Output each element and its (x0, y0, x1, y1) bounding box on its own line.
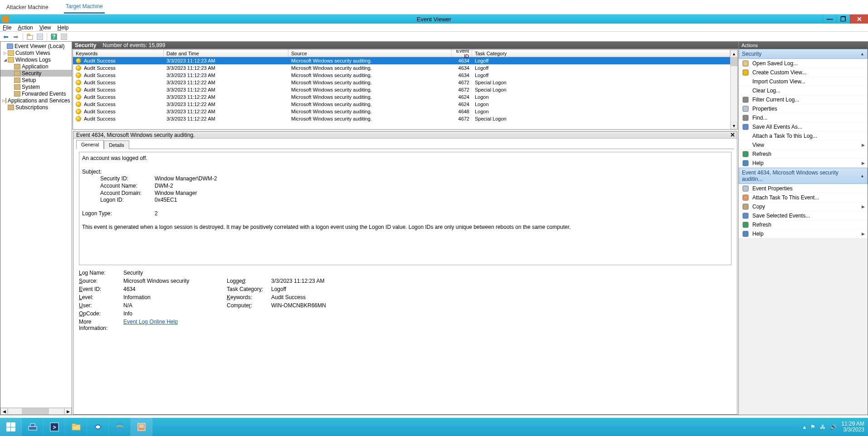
online-help-link[interactable]: Event Log Online Help (123, 319, 223, 331)
save-icon (742, 124, 749, 130)
properties-button[interactable] (60, 33, 68, 41)
scroll-track[interactable] (8, 408, 64, 415)
refresh-icon (742, 222, 749, 228)
tree-forwarded[interactable]: Forwarded Events (0, 90, 72, 97)
scroll-track[interactable] (731, 57, 737, 122)
save-icon (742, 213, 749, 219)
action-save-all-events-as[interactable]: Save All Events As... (739, 122, 868, 131)
menu-view[interactable]: View (39, 24, 51, 31)
event-row[interactable]: Audit Success3/3/2023 11:12:22 AMMicroso… (73, 101, 730, 108)
tree-root[interactable]: Event Viewer (Local) (0, 43, 72, 49)
event-row[interactable]: Audit Success3/3/2023 11:12:23 AMMicroso… (73, 64, 730, 72)
action-copy[interactable]: Copy▶ (739, 202, 868, 211)
tree-application[interactable]: Application (0, 63, 72, 70)
action-refresh[interactable]: Refresh (739, 150, 868, 159)
tab-attacker[interactable]: Attacker Machine (5, 1, 50, 13)
tray-volume-icon[interactable]: 🔊 (830, 424, 837, 430)
col-keywords[interactable]: Keywords (73, 50, 164, 57)
action-group-event[interactable]: Event 4634, Microsoft Windows security a… (739, 168, 868, 184)
event-row[interactable]: Audit Success3/3/2023 11:12:23 AMMicroso… (73, 57, 730, 64)
event-row[interactable]: Audit Success3/3/2023 11:12:22 AMMicroso… (73, 86, 730, 93)
action-event-properties[interactable]: Event Properties (739, 184, 868, 193)
tree-security[interactable]: Security (0, 70, 72, 77)
close-button[interactable]: ✕ (850, 15, 868, 24)
action-refresh[interactable]: Refresh (739, 220, 868, 229)
refresh-icon (742, 151, 749, 157)
key-icon (76, 94, 81, 100)
taskbar-server-manager[interactable] (22, 418, 44, 436)
taskbar-eventviewer[interactable] (131, 418, 152, 436)
action-properties[interactable]: Properties (739, 104, 868, 113)
action-create-custom-view[interactable]: Create Custom View... (739, 68, 868, 77)
tab-general[interactable]: General (76, 140, 104, 149)
scroll-thumb[interactable] (22, 408, 49, 414)
tray-chevron-icon[interactable]: ▴ (803, 424, 806, 430)
scroll-right-button[interactable]: ▶ (64, 408, 72, 415)
action-attach-a-task-to-this-log[interactable]: Attach a Task To this Log... (739, 131, 868, 140)
actions-header: Actions (739, 42, 868, 49)
action-import-custom-view[interactable]: Import Custom View... (739, 77, 868, 86)
tree-windows-logs[interactable]: ◢Windows Logs (0, 56, 72, 63)
forward-button[interactable]: ➡ (12, 33, 20, 41)
col-datetime[interactable]: Date and Time (164, 50, 288, 57)
action-attach-task-to-this-event[interactable]: Attach Task To This Event... (739, 193, 868, 202)
action-help[interactable]: Help▶ (739, 159, 868, 168)
taskbar-app1[interactable] (87, 418, 109, 436)
description-box[interactable]: An account was logged off. Subject: Secu… (79, 152, 731, 265)
tab-target[interactable]: Target Machine (64, 0, 105, 14)
start-button[interactable] (0, 418, 22, 436)
tree-system[interactable]: System (0, 83, 72, 90)
tree-subscriptions[interactable]: Subscriptions (0, 104, 72, 111)
action-clear-log[interactable]: Clear Log... (739, 86, 868, 95)
taskbar: > ▴ ⚑ 🖧 🔊 11:29 AM 3/3/2023 (0, 418, 868, 436)
detail-close-button[interactable]: ✕ (730, 131, 735, 138)
menu-file[interactable]: File (3, 24, 11, 31)
refresh-button[interactable] (36, 33, 44, 41)
col-eventid[interactable]: Event ID (452, 50, 472, 57)
action-help[interactable]: Help▶ (739, 229, 868, 238)
group-title: Event 4634, Microsoft Windows security a… (742, 170, 860, 182)
maximize-button[interactable]: ❐ (836, 15, 850, 24)
taskbar-powershell[interactable]: > (44, 418, 65, 436)
action-view[interactable]: View▶ (739, 140, 868, 150)
tree-setup[interactable]: Setup (0, 77, 72, 83)
scroll-left-button[interactable]: ◀ (0, 408, 8, 415)
scroll-thumb[interactable] (731, 57, 737, 66)
action-filter-current-log[interactable]: Filter Current Log... (739, 95, 868, 104)
event-row[interactable]: Audit Success3/3/2023 11:12:23 AMMicroso… (73, 72, 730, 79)
tray-network-icon[interactable]: 🖧 (820, 424, 825, 430)
col-source[interactable]: Source (288, 50, 452, 57)
up-button[interactable] (26, 33, 34, 41)
tree-hscroll[interactable]: ◀ ▶ (0, 407, 72, 415)
tab-details[interactable]: Details (104, 140, 129, 149)
minimize-button[interactable]: — (823, 15, 836, 24)
taskbar-ie[interactable] (109, 418, 131, 436)
event-row[interactable]: Audit Success3/3/2023 11:12:22 AMMicroso… (73, 93, 730, 101)
key-icon (76, 102, 81, 107)
taskbar-explorer[interactable] (65, 418, 87, 436)
action-open-saved-log[interactable]: Open Saved Log... (739, 59, 868, 68)
menu-help[interactable]: Help (58, 24, 69, 31)
tray-clock[interactable]: 11:29 AM 3/3/2023 (841, 421, 864, 433)
tray-flag-icon[interactable]: ⚑ (810, 424, 815, 430)
help-button[interactable]: ? (50, 33, 58, 41)
key-icon (76, 109, 81, 114)
tree-custom-views[interactable]: ▷Custom Views (0, 49, 72, 56)
action-group-security[interactable]: Security▲ (739, 49, 868, 59)
event-row[interactable]: Audit Success3/3/2023 11:12:22 AMMicroso… (73, 108, 730, 115)
scroll-down-button[interactable]: ▼ (731, 122, 737, 129)
kv-label: Source: (79, 278, 120, 284)
event-row[interactable]: Audit Success3/3/2023 11:12:22 AMMicroso… (73, 79, 730, 86)
tree-apps-services[interactable]: ▷Applications and Services Lo (0, 97, 72, 104)
scroll-up-button[interactable]: ▲ (731, 50, 737, 57)
kv-value: 4634 (123, 286, 223, 292)
grid-vscroll[interactable]: ▲ ▼ (730, 50, 737, 129)
back-button[interactable]: ⬅ (2, 33, 10, 41)
action-find[interactable]: Find... (739, 113, 868, 122)
action-save-selected-events[interactable]: Save Selected Events... (739, 211, 868, 220)
app-icon (2, 15, 9, 23)
col-taskcat[interactable]: Task Category (472, 50, 730, 57)
event-row[interactable]: Audit Success3/3/2023 11:12:22 AMMicroso… (73, 115, 730, 122)
action-label: Help (752, 160, 764, 166)
menu-action[interactable]: Action (18, 24, 33, 31)
